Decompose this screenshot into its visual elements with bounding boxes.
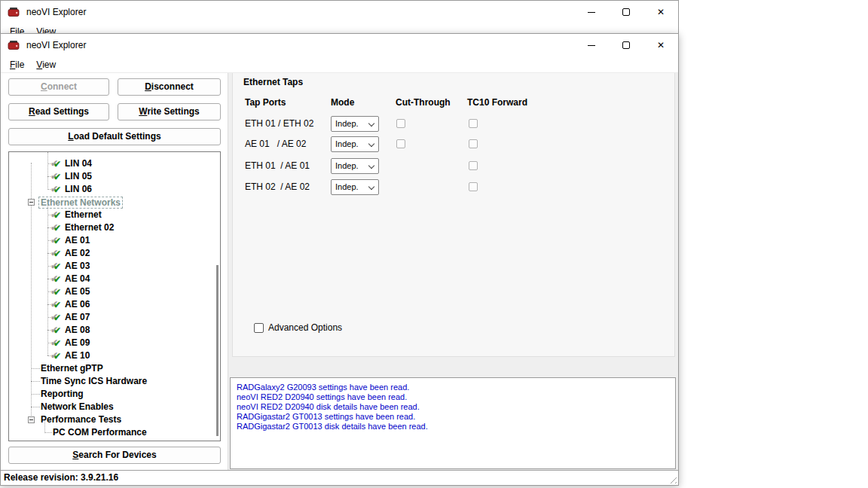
- mode-dropdown[interactable]: Indep.: [331, 136, 379, 152]
- tree-item-ae-10[interactable]: AE 10: [9, 349, 220, 362]
- close-icon: ✕: [657, 41, 665, 50]
- checkmark-icon: [50, 222, 63, 233]
- tree-item-label: AE 09: [65, 337, 90, 349]
- checkmark-icon: [50, 235, 63, 246]
- message-log: RADGalaxy2 G20093 settings have been rea…: [230, 377, 676, 469]
- tree-item-label: AE 05: [65, 285, 90, 298]
- log-line: neoVI RED2 D20940 disk details have been…: [237, 402, 669, 412]
- column-header-cut-through: Cut-Through: [396, 97, 451, 108]
- tree-item-network-enables[interactable]: Network Enables: [9, 401, 220, 413]
- checkmark-icon: [50, 337, 63, 349]
- cut-through-checkbox[interactable]: [396, 139, 405, 148]
- tc10-forward-checkbox[interactable]: [469, 119, 478, 128]
- advanced-options-row: Advanced Options: [254, 322, 342, 334]
- cut-through-checkbox[interactable]: [396, 119, 405, 128]
- app-icon: [8, 39, 20, 51]
- ethernet-taps-title: Ethernet Taps: [243, 77, 303, 87]
- tree-item-ae-06[interactable]: AE 06: [9, 298, 220, 311]
- tree-item-lin-06[interactable]: LIN 06: [9, 183, 220, 196]
- tree-item-time-sync-ics-hardware[interactable]: Time Sync ICS Hardware: [9, 375, 220, 388]
- window-title: neoVI Explorer: [26, 40, 86, 50]
- tap-ports-label: ETH 01 / AE 01: [245, 158, 310, 174]
- search-for-devices-button[interactable]: Search For Devices: [8, 447, 221, 464]
- tree-item-ethernet-networks[interactable]: Ethernet Networks: [9, 196, 220, 209]
- mode-dropdown[interactable]: Indep.: [331, 158, 379, 174]
- checkmark-icon: [50, 273, 63, 285]
- tree-item-ae-01[interactable]: AE 01: [9, 234, 220, 247]
- minimize-icon: [588, 45, 595, 46]
- tree-item-label: LIN 06: [65, 183, 92, 196]
- titlebar[interactable]: neoVI Explorer ✕: [1, 34, 678, 56]
- minimize-button[interactable]: [574, 1, 609, 23]
- checkmark-icon: [50, 286, 63, 297]
- maximize-icon: [622, 8, 630, 16]
- tree-item-label: AE 03: [65, 260, 90, 273]
- log-line: RADGalaxy2 G20093 settings have been rea…: [237, 383, 669, 392]
- log-line: neoVI RED2 D20940 settings have been rea…: [237, 392, 669, 402]
- tree-item-label: Ethernet: [65, 209, 102, 221]
- window-title: neoVI Explorer: [26, 7, 86, 17]
- close-button[interactable]: ✕: [643, 34, 678, 56]
- tree-item-label: AE 04: [65, 273, 90, 285]
- mode-dropdown[interactable]: Indep.: [331, 116, 379, 132]
- tree-item-label: AE 02: [65, 247, 90, 260]
- advanced-options-checkbox[interactable]: [254, 323, 264, 333]
- tc10-forward-checkbox[interactable]: [469, 182, 478, 191]
- tc10-forward-checkbox[interactable]: [469, 139, 478, 148]
- tree-item-pc-com-performance[interactable]: PC COM Performance: [9, 426, 220, 439]
- menu-item-file[interactable]: File: [4, 56, 30, 73]
- tree-scrollbar[interactable]: [216, 265, 219, 436]
- disconnect-button[interactable]: Disconnect: [118, 78, 221, 96]
- tree-item-label: Ethernet 02: [65, 221, 114, 234]
- tree-item-ae-03[interactable]: AE 03: [9, 260, 220, 273]
- mode-dropdown[interactable]: Indep.: [331, 179, 379, 195]
- checkmark-icon: [50, 158, 63, 169]
- column-header-tap-ports: Tap Ports: [245, 97, 286, 108]
- checkmark-icon: [50, 261, 63, 272]
- tap-ports-label: ETH 01 / ETH 02: [245, 116, 313, 132]
- tap-row-eth01-eth02: ETH 01 / ETH 02 Indep.: [233, 116, 674, 133]
- checkmark-icon: [50, 209, 63, 221]
- status-bar: Release revision: 3.9.21.16: [1, 470, 678, 485]
- tree-item-ethernet[interactable]: Ethernet: [9, 209, 220, 221]
- minimize-button[interactable]: [574, 34, 609, 56]
- advanced-options-label: Advanced Options: [268, 322, 342, 333]
- tree-item-performance-tests[interactable]: Performance Tests: [9, 413, 220, 426]
- write-settings-button[interactable]: Write Settings: [118, 103, 221, 120]
- app-icon: [8, 6, 20, 18]
- tree-item-label: LIN 05: [65, 170, 92, 183]
- read-settings-button[interactable]: Read Settings: [8, 103, 109, 120]
- mode-value: Indep.: [335, 182, 359, 191]
- device-settings-tree: LIN 04 LIN 05 LIN 06 Ethernet Networks E…: [8, 151, 221, 441]
- tree-item-ethernet-gptp[interactable]: Ethernet gPTP: [9, 362, 220, 375]
- checkmark-icon: [50, 312, 63, 323]
- maximize-icon: [622, 41, 630, 49]
- collapse-icon[interactable]: [28, 416, 35, 423]
- tree-item-ae-02[interactable]: AE 02: [9, 247, 220, 260]
- tree-item-ethernet-02[interactable]: Ethernet 02: [9, 221, 220, 234]
- back-titlebar[interactable]: neoVI Explorer ✕: [1, 1, 678, 23]
- collapse-icon[interactable]: [28, 199, 35, 206]
- client-area: Connect Disconnect Read Settings Write S…: [1, 73, 678, 470]
- close-button[interactable]: ✕: [643, 1, 678, 23]
- tree-item-label: Network Enables: [41, 401, 114, 413]
- tc10-forward-checkbox[interactable]: [469, 161, 478, 170]
- resize-grip-icon[interactable]: [668, 474, 677, 483]
- tree-item-ae-05[interactable]: AE 05: [9, 285, 220, 298]
- tree-item-ae-08[interactable]: AE 08: [9, 324, 220, 337]
- tree-item-ae-09[interactable]: AE 09: [9, 337, 220, 349]
- menu-item-view[interactable]: View: [30, 56, 62, 73]
- chevron-down-icon: [369, 142, 374, 147]
- tap-ports-label: AE 01 / AE 02: [245, 136, 306, 152]
- maximize-button[interactable]: [609, 34, 643, 56]
- load-default-settings-button[interactable]: Load Default Settings: [8, 128, 221, 145]
- tree-item-lin-04[interactable]: LIN 04: [9, 157, 220, 170]
- tree-item-ae-04[interactable]: AE 04: [9, 273, 220, 285]
- connect-button[interactable]: Connect: [8, 78, 109, 96]
- tree-item-reporting[interactable]: Reporting: [9, 388, 220, 401]
- tree-item-lin-05[interactable]: LIN 05: [9, 170, 220, 183]
- maximize-button[interactable]: [609, 1, 643, 23]
- tree-item-ae-07[interactable]: AE 07: [9, 311, 220, 324]
- checkmark-icon: [50, 248, 63, 259]
- tap-ports-label: ETH 02 / AE 02: [245, 179, 310, 195]
